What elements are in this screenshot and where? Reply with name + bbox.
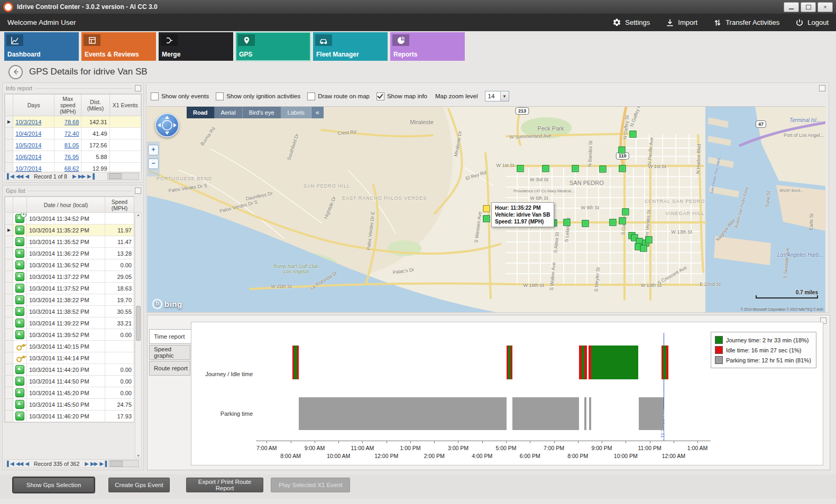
pan-right-icon[interactable] — [173, 123, 177, 127]
gps-list-row[interactable]: 10/3/2014 11:35:52 PM11.47 — [5, 236, 134, 248]
gps-list-row[interactable]: 10/3/2014 11:44:14 PM — [5, 352, 134, 364]
gps-marker[interactable] — [619, 217, 626, 224]
gps-list-row[interactable]: 10/3/2014 11:38:52 PM30.55 — [5, 306, 134, 318]
map-pan-compass[interactable] — [155, 113, 179, 137]
gps-list-row[interactable]: 10/3/2014 11:44:50 PM0.00 — [5, 376, 134, 387]
gps-marker[interactable] — [582, 220, 589, 227]
day-link[interactable]: 10/5/2014 — [15, 142, 41, 148]
checkbox-show-only-ignition[interactable]: Show only ignition activities — [216, 92, 300, 100]
column-header-dist[interactable]: Dist. (Miles) — [81, 95, 109, 116]
vertical-scrollbar[interactable]: ▲▼ — [135, 212, 142, 458]
zoom-in-button[interactable]: + — [148, 145, 159, 155]
scrollbar-thumb[interactable] — [110, 461, 123, 466]
panel-collapse-button[interactable] — [819, 85, 825, 91]
gps-marker[interactable] — [619, 147, 626, 154]
gps-marker[interactable] — [646, 237, 653, 244]
transfer-activities-button[interactable]: Transfer Activities — [713, 18, 779, 27]
max-speed-link[interactable]: 68.62 — [65, 165, 79, 172]
pan-left-icon[interactable] — [158, 123, 161, 127]
day-link[interactable]: 10/4/2014 — [15, 130, 41, 137]
nav-prev-page-icon[interactable]: ◀◀ — [16, 461, 23, 466]
tab-dashboard[interactable]: Dashboard — [4, 32, 79, 61]
create-gps-event-button[interactable]: Create Gps Event — [108, 478, 170, 492]
settings-button[interactable]: Settings — [612, 18, 650, 27]
max-speed-link[interactable]: 72.40 — [65, 130, 79, 137]
tab-speed-graphic[interactable]: Speed graphic — [149, 345, 190, 360]
gps-marker[interactable] — [572, 165, 578, 172]
tab-events-reviews[interactable]: Events & Reviews — [81, 32, 156, 61]
column-header-max-speed[interactable]: Max speed (MPH) — [54, 95, 81, 116]
export-print-route-report-button[interactable]: Export / Print Route Report — [186, 478, 263, 492]
info-report-row[interactable]: ▶10/3/201478.68142.31 — [5, 116, 141, 128]
tab-route-report[interactable]: Route report — [149, 361, 190, 376]
checkbox-box[interactable] — [376, 92, 384, 100]
nav-next-icon[interactable]: ▶ — [72, 173, 76, 179]
max-speed-link[interactable]: 76.95 — [65, 154, 79, 160]
close-button[interactable]: × — [817, 2, 833, 12]
gps-marker[interactable] — [619, 165, 626, 172]
gps-list-row[interactable]: 10/3/2014 11:44:20 PM0.00 — [5, 364, 134, 376]
gps-marker[interactable] — [517, 165, 523, 172]
tab-fleet-manager[interactable]: Fleet Manager — [313, 32, 388, 61]
checkbox-box[interactable] — [307, 92, 315, 100]
gps-marker[interactable] — [564, 219, 571, 226]
gps-marker[interactable] — [629, 131, 636, 138]
gps-marker[interactable] — [600, 165, 607, 172]
gps-list-row[interactable]: 10/3/2014 11:46:20 PM17.93 — [5, 410, 134, 422]
checkbox-box[interactable] — [151, 92, 159, 100]
horizontal-scrollbar[interactable] — [107, 173, 139, 180]
checkbox-draw-route[interactable]: Draw route on map — [307, 92, 370, 100]
gps-marker[interactable] — [610, 219, 617, 226]
horizontal-scrollbar[interactable] — [108, 460, 139, 467]
max-speed-link[interactable]: 78.68 — [65, 119, 79, 125]
map-tab-labels[interactable]: Labels — [281, 107, 311, 118]
nav-first-icon[interactable]: ▌◀ — [7, 461, 14, 466]
gps-list-row[interactable]: 10/3/2014 11:37:22 PM29.05 — [5, 271, 134, 283]
column-header-x1-events[interactable]: X1 Events — [109, 95, 141, 116]
back-button[interactable] — [8, 65, 23, 79]
day-link[interactable]: 10/7/2014 — [15, 165, 41, 172]
checkbox-show-map-info[interactable]: Show map info — [376, 92, 427, 100]
info-report-row[interactable]: 10/4/201472.4041.49 — [5, 128, 141, 139]
gps-list-row[interactable]: ▶10/3/2014 11:35:22 PM11.97 — [5, 225, 134, 236]
map-nav-collapse-button[interactable]: « — [311, 107, 324, 118]
tab-time-report[interactable]: Time report — [149, 329, 191, 344]
scroll-down-icon[interactable]: ▼ — [135, 454, 141, 458]
nav-next-icon[interactable]: ▶ — [85, 461, 88, 466]
gps-marker[interactable] — [483, 216, 490, 222]
gps-list-row[interactable]: 10/3/2014 11:34:52 PM — [5, 213, 134, 225]
nav-last-icon[interactable]: ▶▐ — [87, 173, 94, 179]
gps-list-row[interactable]: 10/3/2014 11:45:50 PM24.75 — [5, 399, 134, 410]
nav-prev-icon[interactable]: ◀ — [25, 173, 29, 179]
info-report-row[interactable]: 10/5/201481.05172.56 — [5, 139, 141, 151]
panel-collapse-button[interactable] — [135, 85, 141, 91]
gps-list-row[interactable]: 10/3/2014 11:36:52 PM0.00 — [5, 259, 134, 271]
selected-gps-marker[interactable] — [483, 205, 490, 212]
gps-marker[interactable] — [640, 245, 647, 252]
map-tab-aerial[interactable]: Aerial — [215, 107, 243, 118]
nav-next-page-icon[interactable]: ▶▶ — [90, 461, 97, 466]
gps-list-row[interactable]: 10/3/2014 11:39:22 PM33.21 — [5, 318, 134, 329]
gps-list-row[interactable]: 10/3/2014 11:37:52 PM18.63 — [5, 283, 134, 294]
nav-last-icon[interactable]: ▶▐ — [99, 461, 106, 466]
max-speed-link[interactable]: 81.05 — [65, 142, 79, 148]
compass-center[interactable] — [162, 120, 172, 130]
import-button[interactable]: Import — [666, 18, 697, 27]
gps-list-row[interactable]: 10/3/2014 11:39:52 PM0.00 — [5, 329, 134, 341]
maximize-button[interactable] — [801, 2, 816, 12]
show-gps-selection-button[interactable]: Show Gps Selection — [13, 478, 94, 492]
scrollbar-thumb[interactable] — [136, 306, 141, 341]
gps-marker[interactable] — [543, 165, 549, 172]
logout-button[interactable]: Logout — [795, 18, 829, 27]
scrollbar-thumb[interactable] — [109, 173, 122, 179]
tab-reports[interactable]: Reports — [390, 32, 465, 61]
chevron-down-icon[interactable]: ▼ — [500, 91, 509, 101]
tab-merge[interactable]: Merge — [159, 32, 233, 61]
nav-prev-page-icon[interactable]: ◀◀ — [16, 173, 23, 179]
info-report-row[interactable]: 10/6/201476.955.88 — [5, 151, 141, 163]
minimize-button[interactable] — [784, 2, 799, 12]
map-canvas[interactable]: MiralestePeck ParkW Summerland AveCrest … — [147, 106, 825, 312]
column-header-days[interactable]: Days — [13, 95, 54, 116]
play-selected-x1-event-button[interactable]: Play Selected X1 Event — [271, 478, 350, 492]
column-header-icon[interactable] — [13, 197, 27, 213]
